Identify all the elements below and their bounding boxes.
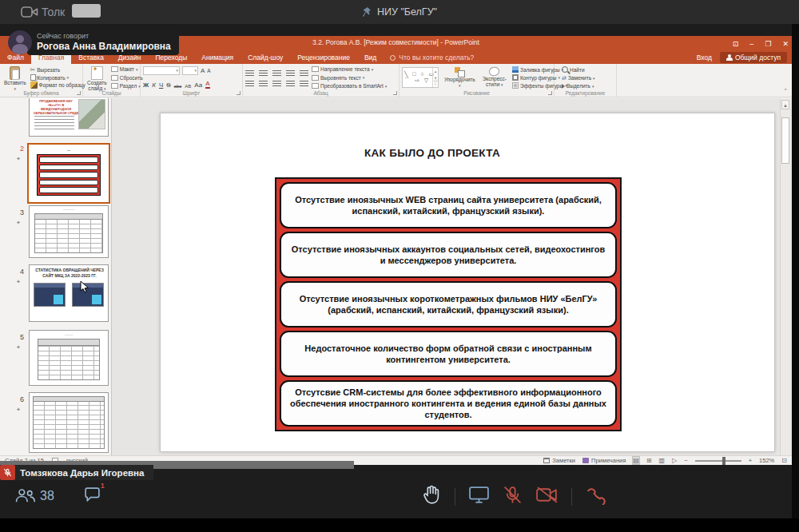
bullets-icon[interactable] [245,69,254,76]
microphone-muted-button[interactable] [503,485,523,508]
align-left-icon[interactable] [245,79,254,86]
tab-animations[interactable]: Анимация [194,51,240,64]
sign-in-button[interactable]: Вход [697,54,712,62]
increase-indent-icon[interactable] [286,69,295,76]
layout-button[interactable]: Макет▾ [111,66,143,72]
replace-button[interactable]: ⇄Заменить▾ [562,75,614,81]
collapse-ribbon-icon[interactable]: ⌃ [783,88,788,94]
scissors-icon: ✂ [30,66,36,73]
scroll-up-icon[interactable]: ▲ [781,100,789,109]
camera-off-icon [535,486,559,504]
zoom-slider[interactable] [695,460,741,462]
columns-icon[interactable] [300,79,308,86]
section-button[interactable]: Раздел▾ [111,83,143,89]
current-slide-canvas[interactable]: КАК БЫЛО ДО ПРОЕКТА Отсутствие иноязычны… [160,113,775,452]
reset-button[interactable]: Сбросить [111,75,143,81]
share-button[interactable]: Общий доступ [720,52,787,63]
thumbnail-graphic [37,154,101,196]
participant-avatar [0,465,15,480]
justify-icon[interactable] [286,79,295,86]
restore-icon[interactable]: ❐ [765,40,771,48]
dialog-launcher-icon[interactable] [393,91,397,95]
underline-button[interactable]: Ч [159,81,163,89]
slideshow-view-icon[interactable]: ▷ [672,457,677,464]
shadow-button[interactable]: abc [174,84,182,89]
numbering-icon[interactable] [259,69,268,76]
italic-button[interactable]: К [152,81,156,89]
tab-view[interactable]: Вид [357,51,384,64]
align-right-icon[interactable] [272,79,281,86]
tab-slideshow[interactable]: Слайд-шоу [240,51,290,64]
grow-font-button[interactable]: А [201,67,205,74]
slide-thumbnail-5[interactable]: ⎯⎯⎯⎯⎯⎯ [29,330,109,386]
notes-button[interactable]: Заметки [543,457,575,464]
camera-off-button[interactable] [535,486,559,507]
layout-icon [111,66,118,72]
zoom-slider-thumb[interactable] [722,457,725,465]
smartart-button[interactable]: Преобразовать в SmartArt▾ [312,83,387,89]
slide-thumbnail-6[interactable] [29,392,109,453]
select-button[interactable]: Выделить▾ [562,83,614,89]
tab-review[interactable]: Рецензирование [290,51,357,64]
leave-call-button[interactable] [585,485,606,508]
ribbon-options-icon[interactable]: ⊡ [733,40,739,48]
vertical-scrollbar[interactable]: ▲ [780,98,790,455]
find-button[interactable]: Найти [562,66,614,73]
mouse-cursor [80,280,89,293]
shrink-font-button[interactable]: А [207,68,210,73]
character-spacing-button[interactable]: АВ [185,84,191,89]
slide-number-6: 6 [11,395,24,403]
text-direction-icon [312,66,319,72]
normal-view-icon[interactable]: ▤ [633,457,639,464]
arrange-button[interactable]: Упорядочить ▾ [443,66,477,89]
copy-button[interactable]: Копировать▾ [30,74,85,81]
minimize-icon[interactable]: – [749,40,753,48]
line-spacing-icon[interactable] [300,69,308,76]
shapes-gallery[interactable]: ╲ □ ○ ▭ ⌒ ⇨ ▽ ☆ ▲▼≡ [402,67,439,88]
align-text-button[interactable]: Выровнять текст▾ [312,75,387,81]
font-name-combobox[interactable] [143,66,180,75]
shapes-scroll[interactable]: ▲▼≡ [432,68,438,87]
dialog-launcher-icon[interactable] [77,91,81,95]
thumbnail-graphic: ⎯⎯⎯⎯⎯⎯⎯⎯ [30,208,108,211]
zoom-level[interactable]: 152% [759,457,774,464]
zoom-in-icon[interactable]: + [749,457,752,464]
cut-button[interactable]: ✂Вырезать [30,66,85,73]
raise-hand-button[interactable] [422,484,442,509]
section-icon [111,83,118,89]
slide-thumbnail-1[interactable]: ПРОДВИЖЕНИЯ НИУ «БелГУ» В МЕЖДУНАРОДНОЙ … [29,98,109,137]
dialog-launcher-icon[interactable] [548,91,552,95]
dialog-launcher-icon[interactable] [237,91,240,95]
slide-sorter-view-icon[interactable]: ⊞ [646,457,652,464]
align-center-icon[interactable] [259,79,268,86]
slide-thumbnail-4[interactable]: СТАТИСТИКА ОБРАЩЕНИЙ ЧЕРЕЗ САЙТ МКЦ ЗА 2… [29,264,109,322]
participant-name: Томзякова Дарья Игоревна [20,468,144,478]
chat-icon [83,486,101,502]
format-painter-button[interactable]: Формат по образцу [30,81,85,89]
new-slide-button[interactable]: Создать слайд ▾ [85,66,109,89]
quick-styles-button[interactable]: Экспресс-стили ▾ [481,66,508,89]
fit-to-window-icon[interactable]: ⊡ [781,457,787,464]
meeting-title: НИУ "БелГУ" [377,6,437,18]
tell-me-box[interactable]: Что вы хотите сделать? [384,51,480,64]
comments-button[interactable]: Примечания [582,457,626,464]
thumbnail-graphic [38,339,100,346]
font-color-button[interactable]: А [205,81,209,89]
close-icon[interactable]: ✕ [782,40,789,48]
chat-button[interactable]: 1 [83,486,101,506]
font-size-combobox[interactable] [182,66,198,75]
strikethrough-button[interactable]: S [166,81,170,89]
slide-thumbnail-panel[interactable]: ПРОДВИЖЕНИЯ НИУ «БелГУ» В МЕЖДУНАРОДНОЙ … [0,98,112,455]
participants-button[interactable]: 38 [14,487,54,504]
decrease-indent-icon[interactable] [272,69,281,76]
slide-thumbnail-2[interactable]: — [27,143,110,204]
change-case-button[interactable]: Аа [194,81,202,89]
bold-button[interactable]: Ж [143,81,149,89]
reading-view-icon[interactable]: ▥ [659,457,666,464]
text-direction-button[interactable]: Направление текста▾ [312,66,387,72]
screen-share-button[interactable] [468,485,490,508]
paste-button[interactable]: Вставить ▾ [2,66,28,89]
zoom-out-icon[interactable]: − [684,457,687,464]
scrollbar-thumb[interactable] [781,117,789,164]
slide-thumbnail-3[interactable]: ⎯⎯⎯⎯⎯⎯⎯⎯ [29,205,109,258]
